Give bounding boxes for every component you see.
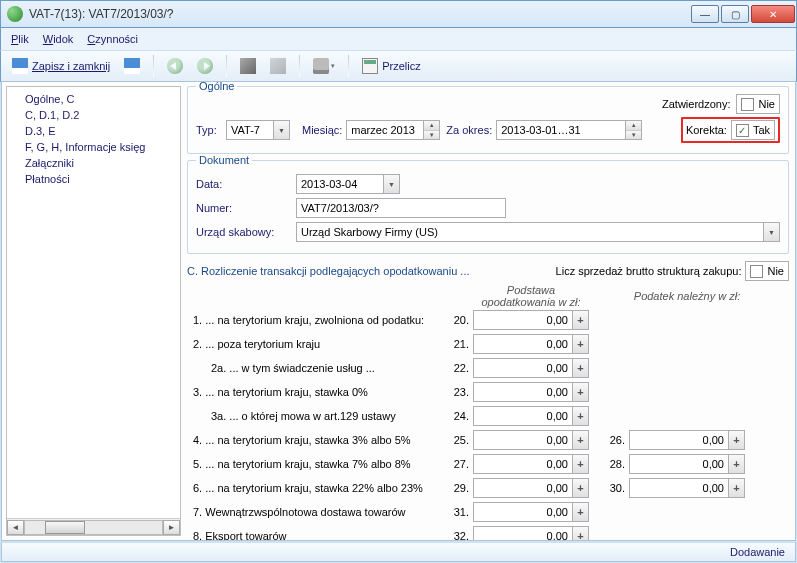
grid-row: 3. ... na terytorium kraju, stawka 0%23.… (187, 380, 789, 404)
period-field[interactable]: 2013-03-01…31 (496, 120, 626, 140)
value-input[interactable]: 0,00 (473, 334, 573, 354)
recalc-button[interactable]: Przelicz (357, 54, 426, 78)
plus-button[interactable]: + (729, 430, 745, 450)
grid-row: 2. ... poza terytorium kraju21.0,00+ (187, 332, 789, 356)
maximize-button[interactable]: ▢ (721, 5, 749, 23)
cell-number: 21. (447, 338, 473, 350)
period-spinner[interactable]: ▲▼ (626, 120, 642, 140)
menu-file[interactable]: Plik (11, 33, 29, 45)
value-input[interactable]: 0,00 (629, 478, 729, 498)
value-cell: 0,00+ (473, 502, 589, 522)
type-dropdown-button[interactable]: ▼ (274, 120, 290, 140)
cell-number: 26. (603, 434, 629, 446)
save-close-label: Zapisz i zamknij (32, 60, 110, 72)
settings-button[interactable] (265, 54, 291, 78)
plus-button[interactable]: + (573, 382, 589, 402)
row-desc: 7. Wewnątrzwspólnotowa dostawa towarów (187, 506, 447, 518)
col1-header: Podstawa opodatkowania w zł: (473, 284, 589, 308)
plus-button[interactable]: + (573, 358, 589, 378)
value-input[interactable]: 0,00 (473, 502, 573, 522)
sidebar-item[interactable]: Ogólne, C (25, 91, 178, 107)
value-input[interactable]: 0,00 (473, 430, 573, 450)
value-input[interactable]: 0,00 (629, 430, 729, 450)
value-input[interactable]: 0,00 (473, 406, 573, 426)
print-button[interactable]: ▾ (308, 54, 340, 78)
menu-actions[interactable]: Czynności (87, 33, 138, 45)
row-desc: 2. ... poza terytorium kraju (187, 338, 447, 350)
sidebar-item[interactable]: Załączniki (25, 155, 178, 171)
office-field[interactable]: Urząd Skarbowy Firmy (US) (296, 222, 764, 242)
legend-dokument: Dokument (196, 154, 252, 166)
sidebar-item[interactable]: Płatności (25, 171, 178, 187)
minimize-button[interactable]: — (691, 5, 719, 23)
korekta-checkbox[interactable]: Tak (731, 120, 775, 140)
plus-button[interactable]: + (573, 478, 589, 498)
sidebar-item[interactable]: F, G, H, Informacje księg (25, 139, 178, 155)
cell-number: 27. (447, 458, 473, 470)
group-general: Ogólne Zatwierdzony: Nie Typ: VAT-7 ▼ Mi… (187, 86, 789, 154)
plus-button[interactable]: + (573, 526, 589, 540)
approved-checkbox[interactable]: Nie (736, 94, 780, 114)
value-input[interactable]: 0,00 (473, 310, 573, 330)
plus-button[interactable]: + (573, 406, 589, 426)
checkbox-icon (741, 98, 754, 111)
calculator-icon (362, 58, 378, 74)
type-field[interactable]: VAT-7 (226, 120, 274, 140)
cell-number: 22. (447, 362, 473, 374)
month-spinner[interactable]: ▲▼ (424, 120, 440, 140)
legend-general: Ogólne (196, 82, 237, 92)
grid-row: 5. ... na terytorium kraju, stawka 7% al… (187, 452, 789, 476)
plus-button[interactable]: + (573, 502, 589, 522)
sidebar-item[interactable]: D.3, E (25, 123, 178, 139)
value-input[interactable]: 0,00 (473, 382, 573, 402)
value-cell: 0,00+ (473, 334, 589, 354)
cell-number: 29. (447, 482, 473, 494)
scroll-track[interactable] (24, 520, 163, 535)
office-dropdown-button[interactable]: ▼ (764, 222, 780, 242)
tools-button[interactable] (235, 54, 261, 78)
plus-button[interactable]: + (729, 454, 745, 474)
scroll-right-button[interactable]: ► (163, 520, 180, 535)
checkbox-checked-icon (736, 124, 749, 137)
plus-button[interactable]: + (573, 334, 589, 354)
value-cell: 0,00+ (473, 310, 589, 330)
brutto-checkbox[interactable]: Nie (745, 261, 789, 281)
row-desc: 4. ... na terytorium kraju, stawka 3% al… (187, 434, 447, 446)
value-cell: 0,00+ (473, 382, 589, 402)
value-input[interactable]: 0,00 (629, 454, 729, 474)
plus-button[interactable]: + (573, 454, 589, 474)
cell-number: 23. (447, 386, 473, 398)
plus-button[interactable]: + (573, 310, 589, 330)
save-button[interactable] (119, 54, 145, 78)
value-input[interactable]: 0,00 (473, 454, 573, 474)
value-input[interactable]: 0,00 (473, 358, 573, 378)
value-cell: 0,00+ (473, 406, 589, 426)
nav-back-button[interactable] (162, 54, 188, 78)
close-button[interactable]: ✕ (751, 5, 795, 23)
cell-number: 32. (447, 530, 473, 540)
disk-icon (124, 58, 140, 74)
date-field[interactable]: 2013-03-04 (296, 174, 384, 194)
sidebar-scrollbar[interactable]: ◄ ► (7, 518, 180, 535)
nav-forward-button[interactable] (192, 54, 218, 78)
scroll-thumb[interactable] (45, 521, 85, 534)
month-field[interactable]: marzec 2013 (346, 120, 424, 140)
menu-view[interactable]: Widok (43, 33, 74, 45)
scroll-left-button[interactable]: ◄ (7, 520, 24, 535)
plus-button[interactable]: + (573, 430, 589, 450)
plus-button[interactable]: + (729, 478, 745, 498)
cell-number: 25. (447, 434, 473, 446)
value-input[interactable]: 0,00 (473, 526, 573, 540)
brutto-label: Licz sprzedaż brutto strukturą zakupu: (556, 265, 742, 277)
number-field[interactable]: VAT7/2013/03/? (296, 198, 506, 218)
value-input[interactable]: 0,00 (473, 478, 573, 498)
sidebar-item[interactable]: C, D.1, D.2 (25, 107, 178, 123)
grid-row: 2a. ... w tym świadczenie usług ...22.0,… (187, 356, 789, 380)
save-close-button[interactable]: Zapisz i zamknij (7, 54, 115, 78)
value-cell: 0,00+ (473, 526, 589, 540)
value-cell: 0,00+ (629, 430, 745, 450)
period-label: Za okres: (446, 124, 492, 136)
grid-row: 7. Wewnątrzwspólnotowa dostawa towarów31… (187, 500, 789, 524)
korekta-value: Tak (753, 124, 770, 136)
date-dropdown-button[interactable]: ▼ (384, 174, 400, 194)
